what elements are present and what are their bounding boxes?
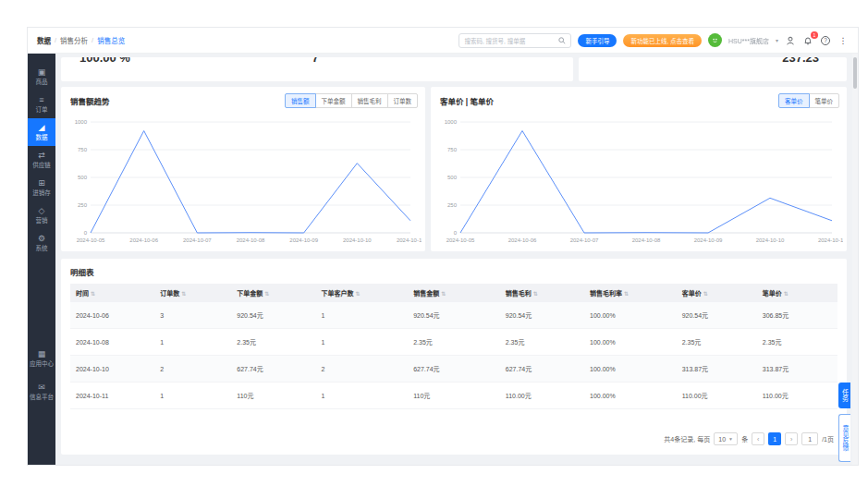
notification-bell-icon[interactable]: 1 (802, 35, 813, 46)
sidebar: ▣商品≡订单◢数据⇄供应链⊞进销存◇营销⚙系统 ▦应用中心✉信息平台 (28, 54, 55, 465)
sales-trend-chart: 025050075010002024-10-052024-10-062024-1… (65, 115, 422, 248)
sidebar-item-进销存[interactable]: ⊞进销存 (28, 174, 55, 201)
page-size-select[interactable]: 10 ▼ (714, 432, 738, 445)
supply-icon: ⇄ (38, 152, 45, 160)
svg-text:2024-10-06: 2024-10-06 (129, 237, 158, 243)
stat-gross-margin: 100.00 % (79, 57, 130, 65)
pagination: 共4条记录, 每页 10 ▼ 条 ‹ 1 › 1 /1页 (664, 432, 834, 445)
column-label: 下单客户数 (322, 290, 354, 297)
svg-text:1000: 1000 (445, 119, 458, 125)
table-header-cell[interactable]: 销售毛利率⇅ (584, 288, 677, 298)
page-jump-input[interactable]: 1 (801, 432, 818, 445)
system-icon: ⚙ (38, 235, 45, 243)
breadcrumb: 数据/销售分析/销售总览 (37, 35, 125, 45)
sidebar-item-label: 商品 (30, 79, 54, 85)
promo-button[interactable]: 新功能已上线, 点击查看 (623, 34, 702, 47)
account-icon[interactable] (785, 35, 796, 46)
table-row[interactable]: 2024-10-111110元1110元110.00元100.00%110.00… (70, 383, 837, 409)
sort-icon[interactable]: ⇅ (181, 291, 186, 297)
price-tab-group: 客单价笔单价 (779, 93, 839, 108)
table-cell: 110元 (408, 391, 500, 400)
sort-icon[interactable]: ⇅ (91, 291, 95, 297)
apps-icon: ▦ (38, 350, 46, 358)
inventory-icon: ⊞ (38, 179, 45, 188)
svg-text:500: 500 (78, 175, 88, 180)
table-row[interactable]: 2024-10-102627.74元2627.74元627.74元100.00%… (70, 356, 837, 383)
page-total-label: /1页 (822, 434, 834, 443)
metric-tab-销售毛利[interactable]: 销售毛利 (351, 93, 388, 108)
current-page-button[interactable]: 1 (768, 432, 781, 445)
avatar[interactable] (708, 33, 722, 47)
table-cell: 2 (316, 366, 409, 372)
table-header-cell[interactable]: 笔单价⇅ (757, 288, 837, 298)
table-header-cell[interactable]: 销售金额⇅ (408, 288, 500, 298)
user-name[interactable]: HSU***旗舰店 (728, 36, 769, 45)
scrollbar[interactable] (852, 54, 858, 465)
svg-text:2024-10-08: 2024-10-08 (632, 237, 661, 243)
unit-price-title: 客单价 | 笔单价 (440, 95, 494, 106)
sidebar-item-订单[interactable]: ≡订单 (28, 91, 55, 118)
sort-icon[interactable]: ⇅ (624, 291, 629, 297)
sort-icon[interactable]: ⇅ (356, 291, 361, 297)
scrollbar-thumb[interactable] (853, 57, 857, 89)
sidebar-item-label: 营销 (30, 217, 54, 224)
stats-card-left: 100.00 % 7 (61, 57, 573, 81)
table-header-cell[interactable]: 下单客户数⇅ (316, 288, 409, 298)
sidebar-item-应用中心[interactable]: ▦应用中心 (28, 342, 55, 375)
table-header-cell[interactable]: 客单价⇅ (677, 288, 757, 298)
table-cell: 313.87元 (677, 364, 757, 373)
table-cell: 627.74元 (231, 364, 315, 373)
sidebar-item-营销[interactable]: ◇营销 (28, 201, 55, 229)
detail-table: 时间⇅订单数⇅下单金额⇅下单客户数⇅销售金额⇅销售毛利⇅销售毛利率⇅客单价⇅笔单… (70, 284, 837, 409)
feedback-tab[interactable]: 意见反馈 (838, 414, 850, 462)
sort-icon[interactable]: ⇅ (264, 291, 269, 297)
table-cell: 920.54元 (677, 310, 757, 320)
help-icon[interactable]: ? (820, 35, 831, 46)
sidebar-item-label: 进销存 (30, 189, 54, 196)
metric-tab-下单金额[interactable]: 下单金额 (315, 93, 352, 108)
table-cell: 1 (316, 393, 409, 399)
table-header-cell[interactable]: 订单数⇅ (154, 288, 231, 298)
svg-text:2024-10-07: 2024-10-07 (570, 237, 599, 243)
table-cell: 2024-10-10 (70, 366, 154, 372)
sidebar-item-系统[interactable]: ⚙系统 (28, 229, 55, 257)
breadcrumb-item[interactable]: 销售总览 (97, 35, 125, 45)
goods-icon: ▣ (38, 68, 46, 77)
breadcrumb-item[interactable]: 数据 (37, 35, 51, 45)
svg-text:2024-10-07: 2024-10-07 (183, 237, 212, 243)
sort-icon[interactable]: ⇅ (784, 291, 789, 297)
task-tab[interactable]: 任务 (838, 383, 850, 408)
sort-icon[interactable]: ⇅ (441, 291, 446, 297)
next-page-button[interactable]: › (785, 432, 798, 445)
table-cell: 920.54元 (231, 310, 315, 320)
sidebar-item-供应链[interactable]: ⇄供应链 (28, 146, 55, 174)
sidebar-item-数据[interactable]: ◢数据 (28, 118, 55, 146)
table-cell: 100.00% (584, 366, 677, 372)
table-cell: 627.74元 (500, 364, 584, 373)
sidebar-item-商品[interactable]: ▣商品 (28, 63, 55, 91)
svg-text:2024-10-05: 2024-10-05 (446, 237, 475, 243)
table-header-cell[interactable]: 销售毛利⇅ (500, 288, 584, 298)
table-row[interactable]: 2024-10-063920.54元1920.54元920.54元100.00%… (70, 302, 837, 329)
user-menu-chevron-icon[interactable]: ▾ (776, 37, 778, 43)
column-label: 订单数 (160, 290, 179, 297)
table-cell: 2024-10-06 (70, 312, 154, 319)
metric-tab-客单价[interactable]: 客单价 (778, 93, 810, 108)
prev-page-button[interactable]: ‹ (752, 432, 764, 445)
sidebar-item-信息平台[interactable]: ✉信息平台 (28, 375, 55, 408)
table-header-cell[interactable]: 时间⇅ (70, 288, 154, 298)
search-input[interactable]: 搜索码, 搜货号, 搜单据 (458, 33, 571, 48)
breadcrumb-item[interactable]: 销售分析 (60, 35, 88, 45)
guide-button[interactable]: 新手引导 (578, 34, 617, 47)
pagination-unit: 条 (741, 434, 748, 443)
table-row[interactable]: 2024-10-0812.35元12.35元2.35元100.00%2.35元2… (70, 329, 837, 356)
table-header-cell[interactable]: 下单金额⇅ (231, 288, 315, 298)
metric-tab-笔单价[interactable]: 笔单价 (809, 93, 840, 108)
sort-icon[interactable]: ⇅ (533, 291, 538, 297)
sort-icon[interactable]: ⇅ (703, 291, 708, 297)
metric-tab-订单数[interactable]: 订单数 (387, 93, 419, 108)
svg-text:2024-10-10: 2024-10-10 (343, 237, 372, 243)
pagination-summary: 共4条记录, 每页 (664, 434, 710, 443)
more-menu-icon[interactable]: ⋮ (837, 35, 849, 46)
metric-tab-销售额[interactable]: 销售额 (285, 93, 316, 108)
